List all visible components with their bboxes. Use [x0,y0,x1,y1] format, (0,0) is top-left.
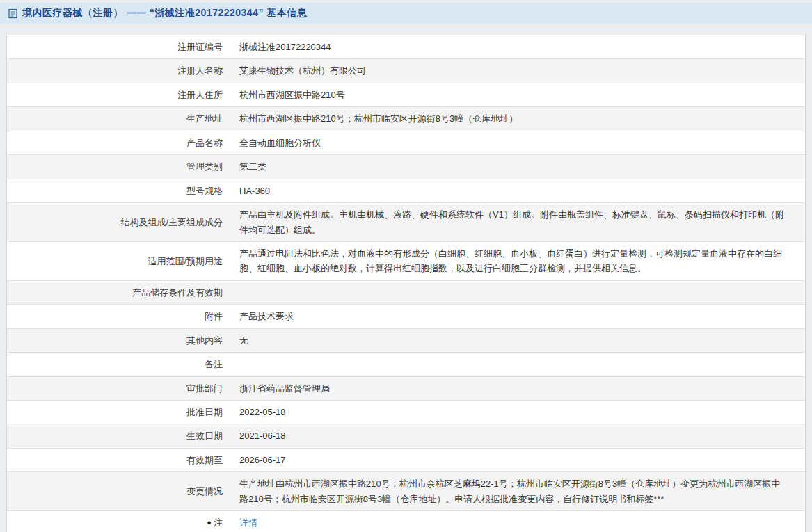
row-label: 生产地址 [7,107,231,130]
table-row: 产品储存条件及有效期 [7,281,805,305]
table-row: 有效期至2026-06-17 [7,449,805,472]
table-row: 型号规格HA-360 [7,179,805,203]
row-label: 管理类别 [7,155,231,178]
table-row: 注册证编号浙械注准20172220344 [7,35,805,59]
row-label: 注册人住所 [7,83,231,106]
row-value: 杭州市西湖区振中路210号 [231,83,805,106]
table-row: ●注详情 [7,511,805,532]
table-row: 备注 [7,353,805,376]
document-icon [8,8,17,19]
row-label: 其他内容 [7,329,231,352]
row-label: 有效期至 [7,449,231,471]
table-row: 注册人住所杭州市西湖区振中路210号 [7,83,805,107]
page-title: 境内医疗器械（注册） —— “浙械注准20172220344” 基本信息 [22,7,307,19]
table-row: 附件产品技术要求 [7,305,805,328]
row-label: 生效日期 [7,424,231,447]
note-bullet-icon: ● [207,519,212,526]
row-value: 第二类 [231,155,805,178]
row-label: 变更情况 [7,472,231,510]
row-value: 详情 [231,511,805,532]
table-row: 适用范围/预期用途产品通过电阻法和比色法，对血液中的有形成分（白细胞、红细胞、血… [7,242,805,281]
row-value: HA-360 [231,179,805,202]
row-label: ●注 [7,511,231,532]
row-value: 浙江省药品监督管理局 [231,377,805,400]
table-row: 变更情况生产地址由杭州市西湖区振中路210号；杭州市余杭区芝麻坞22-1号；杭州… [7,472,805,511]
row-label: 批准日期 [7,401,231,424]
row-value: 全自动血细胞分析仪 [231,131,805,154]
row-label-text: 产品名称 [186,136,223,150]
row-value: 产品由主机及附件组成。主机由机械、液路、硬件和系统软件（V1）组成。附件由瓶盖组… [231,203,805,241]
row-value: 2026-06-17 [231,449,805,471]
row-value: 浙械注准20172220344 [231,35,805,58]
row-label-text: 生效日期 [186,428,223,443]
table-row: 管理类别第二类 [7,155,805,179]
row-label: 产品名称 [7,131,231,154]
table-row: 生效日期2021-06-18 [7,424,805,448]
row-value [231,353,805,376]
table-row: 注册人名称艾康生物技术（杭州）有限公司 [7,59,805,83]
row-label: 附件 [7,305,231,328]
row-label: 型号规格 [7,179,231,202]
table-row: 结构及组成/主要组成成分产品由主机及附件组成。主机由机械、液路、硬件和系统软件（… [7,203,805,242]
row-value: 2021-06-18 [231,424,805,447]
row-label-text: 生产地址 [186,111,223,126]
row-label-text: 注册证编号 [177,40,223,54]
row-label-text: 型号规格 [186,184,223,198]
table-row: 批准日期2022-05-18 [7,401,805,424]
row-label-text: 注 [214,515,223,530]
row-label-text: 结构及组成/主要组成成分 [120,215,223,229]
row-value: 产品通过电阻法和比色法，对血液中的有形成分（白细胞、红细胞、血小板、血红蛋白）进… [231,242,805,280]
row-label-text: 备注 [205,357,223,371]
row-label-text: 变更情况 [186,484,223,499]
row-label-text: 附件 [205,309,223,323]
row-label-text: 注册人住所 [177,88,223,102]
row-value: 杭州市西湖区振中路210号；杭州市临安区开源街8号3幢（仓库地址） [231,107,805,130]
page-header: 境内医疗器械（注册） —— “浙械注准20172220344” 基本信息 [0,3,812,24]
table-row: 生产地址杭州市西湖区振中路210号；杭州市临安区开源街8号3幢（仓库地址） [7,107,805,131]
row-label-text: 注册人名称 [177,63,223,78]
row-value: 无 [231,329,805,352]
row-label: 注册证编号 [7,35,231,58]
row-label: 审批部门 [7,377,231,400]
row-label-text: 审批部门 [186,381,223,396]
table-row: 其他内容无 [7,329,805,353]
row-label: 产品储存条件及有效期 [7,281,231,304]
table-row: 审批部门浙江省药品监督管理局 [7,377,805,401]
row-label-text: 有效期至 [186,453,223,467]
row-label-text: 适用范围/预期用途 [148,254,223,268]
row-value: 产品技术要求 [231,305,805,328]
row-label: 结构及组成/主要组成成分 [7,203,231,241]
row-label: 适用范围/预期用途 [7,242,231,280]
detail-link[interactable]: 详情 [239,515,257,530]
row-value [231,281,805,304]
row-value: 艾康生物技术（杭州）有限公司 [231,59,805,82]
row-label-text: 产品储存条件及有效期 [132,285,223,300]
table-row: 产品名称全自动血细胞分析仪 [7,131,805,155]
row-label-text: 管理类别 [186,159,223,174]
row-value: 生产地址由杭州市西湖区振中路210号；杭州市余杭区芝麻坞22-1号；杭州市临安区… [231,472,805,510]
row-value: 2022-05-18 [231,401,805,424]
row-label: 备注 [7,353,231,376]
row-label-text: 批准日期 [186,405,223,419]
row-label-text: 其他内容 [186,333,223,348]
info-table: 注册证编号浙械注准20172220344注册人名称艾康生物技术（杭州）有限公司注… [6,35,806,532]
row-label: 注册人名称 [7,59,231,82]
